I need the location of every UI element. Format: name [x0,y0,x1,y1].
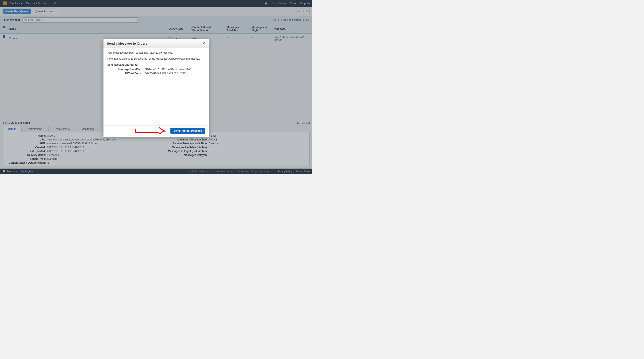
modal-note: Note: It may take up to 60 seconds for t… [107,57,205,60]
value-md5: b2afa764168e9dfff8c1a09b7b1c0293 [143,72,186,75]
send-message-modal: Send a Message to Orders ✕ Your message … [103,39,209,137]
annotation-arrow [135,128,166,134]
send-another-button[interactable]: Send Another Message [170,128,205,134]
value-msg-id: d22b2eca-2c01-4f42-ae58-db42a8ad18ef [143,68,190,71]
modal-sent-text: Your message has been sent and is ready … [107,51,205,54]
label-md5: MD5 of Body: [107,72,142,75]
label-msg-id: Message Identifier: [107,68,142,71]
modal-close-icon[interactable]: ✕ [202,41,205,45]
modal-attrs-title: Sent Message Attributes: [107,63,205,66]
modal-title: Send a Message to Orders [107,42,202,45]
